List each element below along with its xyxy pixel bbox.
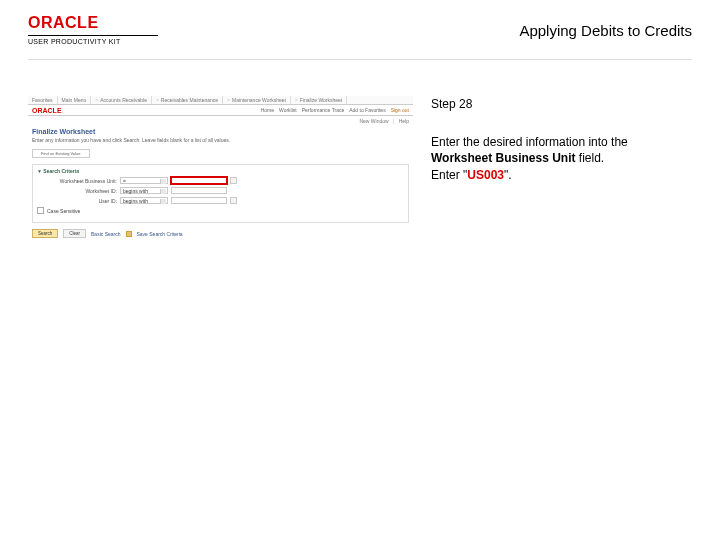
sim-label: User ID: <box>37 198 117 204</box>
crumb-item: Accounts Receivable <box>91 96 152 104</box>
sim-label: Case Sensitive <box>47 208 80 214</box>
sim-button-row: Search Clear Basic Search Save Search Cr… <box>32 229 409 238</box>
lookup-icon <box>230 177 237 184</box>
sim-row-cs: Case Sensitive <box>37 207 404 214</box>
simulated-screenshot: Favorites Main Menu Accounts Receivable … <box>28 96 413 238</box>
sim-signout: Sign out <box>391 107 409 113</box>
crumb-item: Maintenance Worksheet <box>223 96 291 104</box>
crumb-item: Main Menu <box>58 96 92 104</box>
instruction-text: Enter the desired information into the W… <box>431 134 692 183</box>
sim-operator-select: begins with <box>120 187 168 194</box>
sim-uid-input <box>171 197 227 204</box>
sim-footer-links: Basic Search Save Search Criteria <box>91 231 183 237</box>
crumb-item: Receivables Maintenance <box>152 96 223 104</box>
brand-oracle-logo: ORACLE <box>28 14 158 32</box>
sim-section-title: ▼ Search Criteria <box>37 168 404 174</box>
sim-breadcrumb: Favorites Main Menu Accounts Receivable … <box>28 96 413 105</box>
sim-row-wid: Worksheet ID: begins with <box>37 187 404 194</box>
sim-page-heading: Finalize Worksheet <box>28 128 413 137</box>
sim-wid-input <box>171 187 227 194</box>
sim-help-link: Help <box>399 118 409 124</box>
sim-new-window-link: New Window <box>359 118 388 124</box>
sim-label: Worksheet ID: <box>37 188 117 194</box>
page-title: Applying Debits to Credits <box>519 22 692 39</box>
content-body: Favorites Main Menu Accounts Receivable … <box>0 96 720 238</box>
crumb-item: Favorites <box>28 96 58 104</box>
sim-wbu-input[interactable] <box>171 177 227 184</box>
save-icon <box>126 231 132 237</box>
sim-oracle-logo: ORACLE <box>32 107 62 114</box>
sim-page-desc: Enter any information you have and click… <box>28 137 413 149</box>
step-number: Step 28 <box>431 96 692 112</box>
instruction-value: US003 <box>467 168 504 182</box>
crumb-item: Finalize Worksheet <box>291 96 347 104</box>
sim-link: Performance Trace <box>302 107 345 113</box>
sim-brandbar: ORACLE Home Worklist Performance Trace A… <box>28 105 413 116</box>
lookup-icon <box>230 197 237 204</box>
sim-search-section: ▼ Search Criteria Worksheet Business Uni… <box>32 164 409 223</box>
sim-util-links: Home Worklist Performance Trace Add to F… <box>261 107 409 113</box>
brand-subtitle: USER PRODUCTIVITY KIT <box>28 38 158 45</box>
brand-block: ORACLE USER PRODUCTIVITY KIT <box>28 14 158 45</box>
sim-search-button: Search <box>32 229 58 238</box>
sim-window-links: New Window | Help <box>28 116 413 128</box>
sim-link: Basic Search <box>91 231 120 237</box>
header-rule <box>28 59 692 60</box>
brand-divider <box>28 35 158 36</box>
sim-operator-select: begins with <box>120 197 168 204</box>
sim-row-wbu: Worksheet Business Unit: = <box>37 177 404 184</box>
sim-row-uid: User ID: begins with <box>37 197 404 204</box>
instruction-panel: Step 28 Enter the desired information in… <box>431 96 692 238</box>
sim-find-tab: Find an Existing Value <box>32 149 90 158</box>
page-header: ORACLE USER PRODUCTIVITY KIT Applying De… <box>0 0 720 45</box>
sim-link: Worklist <box>279 107 297 113</box>
sim-link: Add to Favorites <box>349 107 385 113</box>
sim-operator-select: = <box>120 177 168 184</box>
sim-link: Home <box>261 107 274 113</box>
instruction-field-name: Worksheet Business Unit <box>431 151 575 165</box>
sim-label: Worksheet Business Unit: <box>37 178 117 184</box>
sim-clear-button: Clear <box>63 229 86 238</box>
sim-link: Save Search Criteria <box>137 231 183 237</box>
checkbox-icon <box>37 207 44 214</box>
